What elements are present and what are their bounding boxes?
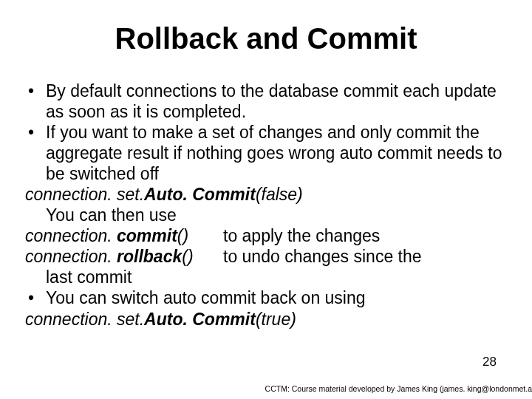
code-bold: commit [117, 226, 177, 245]
code-text: () [177, 226, 188, 245]
code-text: connection. set. [25, 310, 144, 329]
slide-title: Rollback and Commit [25, 22, 507, 55]
code-text: connection. [25, 247, 117, 266]
code-text: () [182, 247, 193, 266]
code-left: connection. rollback() [25, 246, 223, 267]
bullet-text: You can switch auto commit back on using [46, 287, 507, 308]
code-bold: Auto. Commit [144, 310, 256, 329]
code-bold: Auto. Commit [144, 185, 256, 204]
code-bold: rollback [117, 247, 182, 266]
code-left: connection. commit() [25, 225, 223, 246]
bullet-dot: • [25, 287, 46, 308]
bullet-dot: • [25, 122, 46, 184]
bullet-text: If you want to make a set of changes and… [46, 122, 507, 184]
code-desc: to apply the changes [223, 225, 507, 246]
code-text: connection. set. [25, 185, 144, 204]
bullet-dot: • [25, 81, 46, 122]
code-text: (false) [256, 185, 303, 204]
code-text: connection. [25, 226, 117, 245]
body-line: last commit [25, 267, 507, 287]
code-line: connection. commit() to apply the change… [25, 225, 507, 246]
code-line: connection. set.Auto. Commit(false) [25, 184, 507, 205]
footer-credit: CCTM: Course material developed by James… [265, 384, 532, 393]
body-line: You can then use [25, 205, 507, 225]
bullet-item: • By default connections to the database… [25, 81, 507, 122]
code-desc: to undo changes since the [223, 246, 507, 267]
code-line: connection. rollback() to undo changes s… [25, 246, 507, 267]
bullet-item: • You can switch auto commit back on usi… [25, 287, 507, 308]
page-number: 28 [482, 355, 497, 369]
code-text: (true) [256, 310, 296, 329]
bullet-text: By default connections to the database c… [46, 81, 507, 122]
slide: Rollback and Commit • By default connect… [0, 0, 532, 399]
code-line: connection. set.Auto. Commit(true) [25, 309, 507, 330]
bullet-item: • If you want to make a set of changes a… [25, 122, 507, 184]
slide-body: • By default connections to the database… [25, 81, 507, 330]
